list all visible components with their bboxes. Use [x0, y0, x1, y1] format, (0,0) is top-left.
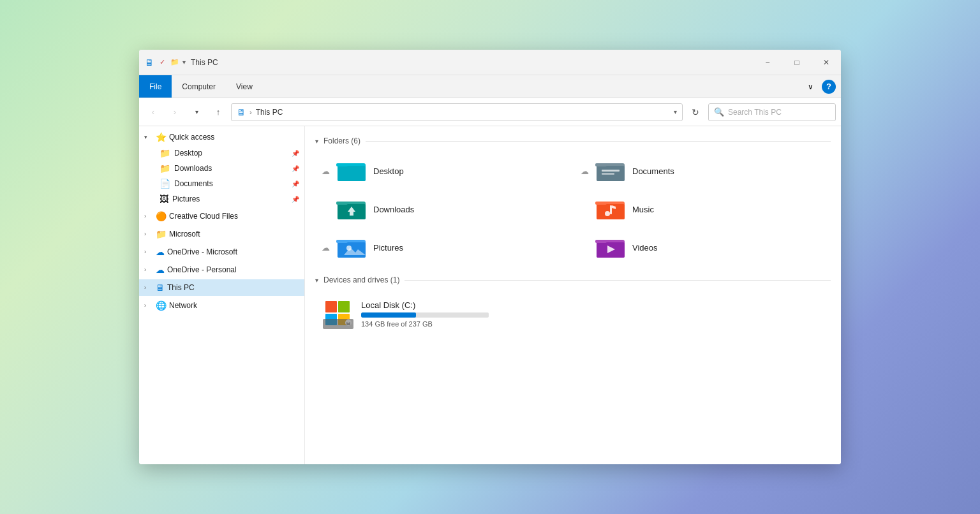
- ribbon-spacer: [263, 75, 801, 98]
- back-button[interactable]: ‹: [144, 103, 162, 121]
- tab-computer[interactable]: Computer: [172, 75, 226, 98]
- pin-icon: 📌: [292, 180, 299, 187]
- svg-rect-27: [325, 301, 337, 312]
- path-separator: ›: [249, 108, 252, 116]
- sidebar-header-onedrive-ms[interactable]: › ☁ OneDrive - Microsoft: [139, 244, 304, 260]
- folder-item-videos[interactable]: ☁ Videos: [574, 230, 831, 265]
- pin-icon: 📌: [292, 150, 299, 157]
- svg-point-15: [605, 211, 610, 216]
- sidebar-header-network[interactable]: › 🌐 Network: [139, 297, 304, 314]
- onedrive-personal-label: OneDrive - Personal: [167, 265, 237, 274]
- drives-section-header: ▾ Devices and drives (1): [315, 275, 831, 284]
- sidebar: ▾ ⭐ Quick access 📁 Desktop 📌 📁 Downloads…: [139, 126, 305, 464]
- sidebar-item-downloads[interactable]: 📁 Downloads 📌: [154, 161, 304, 176]
- sidebar-group-quick-access: ▾ ⭐ Quick access 📁 Desktop 📌 📁 Downloads…: [139, 129, 304, 207]
- expand-arrow-icon: ›: [144, 231, 153, 237]
- file-explorer-window: 🖥 ✓ 📁 ▾ This PC − □ ✕ File Computer View…: [139, 50, 841, 464]
- sidebar-group-network: › 🌐 Network: [139, 297, 304, 314]
- path-text: This PC: [256, 108, 283, 117]
- onedrive-ms-label: OneDrive - Microsoft: [167, 247, 237, 256]
- downloads-folder-name: Downloads: [373, 205, 414, 214]
- folder-item-music[interactable]: ☁ Music: [574, 191, 831, 227]
- sidebar-header-microsoft[interactable]: › 📁 Microsoft: [139, 226, 304, 242]
- drives-section-title: Devices and drives (1): [323, 275, 399, 284]
- this-pc-icon: 🖥: [156, 283, 165, 293]
- sidebar-header-onedrive-personal[interactable]: › ☁ OneDrive - Personal: [139, 261, 304, 278]
- cloud-sync-icon: ☁: [581, 166, 589, 176]
- close-button[interactable]: ✕: [812, 50, 841, 75]
- microsoft-label: Microsoft: [169, 230, 200, 239]
- sidebar-header-quick-access[interactable]: ▾ ⭐ Quick access: [139, 129, 304, 145]
- sidebar-group-onedrive-personal: › ☁ OneDrive - Personal: [139, 261, 304, 278]
- sidebar-item-documents[interactable]: 📄 Documents 📌: [154, 176, 304, 191]
- expand-arrow-icon: ›: [144, 284, 153, 291]
- spacer: ☁: [322, 205, 330, 214]
- refresh-button[interactable]: ↻: [687, 103, 704, 121]
- sidebar-header-creative-cloud[interactable]: › 🟠 Creative Cloud Files: [139, 208, 304, 224]
- up-button[interactable]: ↑: [209, 103, 227, 121]
- folders-section-header: ▾ Folders (6): [315, 136, 831, 145]
- tab-view[interactable]: View: [226, 75, 263, 98]
- sidebar-item-pictures[interactable]: 🖼 Pictures 📌: [154, 191, 304, 207]
- forward-button[interactable]: ›: [166, 103, 184, 121]
- content-area: ▾ Folders (6) ☁ Desktop: [305, 126, 841, 464]
- search-placeholder: Search This PC: [728, 108, 782, 117]
- window-title: This PC: [191, 58, 218, 67]
- documents-folder-thumb: [595, 158, 626, 184]
- maximize-button[interactable]: □: [782, 50, 812, 75]
- location-icon: 🖥: [237, 107, 246, 117]
- network-label: Network: [169, 301, 197, 310]
- pictures-folder-thumb: [336, 235, 367, 260]
- folder-item-desktop[interactable]: ☁ Desktop: [315, 153, 572, 189]
- drive-item-c[interactable]: Local Disk (C:) 134 GB free of 237 GB: [315, 292, 831, 335]
- desktop-folder-icon: 📁: [160, 148, 170, 158]
- svg-rect-7: [602, 173, 614, 175]
- sidebar-header-this-pc[interactable]: › 🖥 This PC: [139, 279, 304, 296]
- folder-icon: 📁: [170, 57, 180, 68]
- expand-arrow-icon: ›: [144, 267, 153, 273]
- expand-arrow-icon: ›: [144, 213, 153, 219]
- this-pc-label: This PC: [167, 283, 195, 292]
- expand-arrow-icon: ›: [144, 249, 153, 255]
- svg-rect-14: [595, 202, 607, 205]
- recent-locations-button[interactable]: ▾: [188, 103, 205, 121]
- documents-folder-name: Documents: [632, 166, 674, 176]
- tab-file[interactable]: File: [139, 75, 172, 98]
- folder-item-pictures[interactable]: ☁ Pictures: [315, 230, 572, 265]
- help-button[interactable]: ?: [822, 80, 836, 94]
- section-chevron-icon: ▾: [315, 138, 318, 145]
- creative-cloud-label: Creative Cloud Files: [169, 212, 238, 221]
- folder-item-downloads[interactable]: ☁ Downloads: [315, 191, 572, 227]
- expand-arrow-icon: ▾: [144, 134, 153, 140]
- cloud-sync-icon: ☁: [322, 166, 330, 176]
- ribbon-collapse-button[interactable]: ∨: [801, 78, 819, 96]
- sidebar-item-desktop[interactable]: 📁 Desktop 📌: [154, 145, 304, 161]
- drive-bar-fill: [361, 312, 416, 318]
- folders-section-title: Folders (6): [323, 136, 360, 145]
- microsoft-icon: 📁: [156, 229, 167, 239]
- section-divider: [366, 141, 831, 142]
- drive-info-c: Local Disk (C:) 134 GB free of 237 GB: [361, 300, 489, 328]
- titlebar: 🖥 ✓ 📁 ▾ This PC − □ ✕: [139, 50, 841, 75]
- drive-space-label: 134 GB free of 237 GB: [361, 320, 489, 328]
- monitor-icon: 🖥: [144, 57, 154, 68]
- downloads-folder-thumb: [336, 196, 367, 222]
- quick-access-label: Quick access: [169, 133, 214, 142]
- onedrive-personal-icon: ☁: [156, 265, 165, 275]
- svg-rect-25: [595, 240, 607, 243]
- onedrive-ms-icon: ☁: [156, 247, 165, 257]
- minimize-button[interactable]: −: [753, 50, 782, 75]
- quick-access-children: 📁 Desktop 📌 📁 Downloads 📌 📄 Documents 📌: [139, 145, 304, 207]
- dropdown-arrow-icon: ▾: [182, 59, 186, 66]
- documents-folder-icon: 📄: [160, 179, 170, 189]
- music-folder-thumb: [595, 196, 626, 222]
- spacer: ☁: [581, 205, 589, 214]
- folder-item-documents[interactable]: ☁ Documents: [574, 153, 831, 189]
- svg-rect-2: [336, 163, 348, 166]
- titlebar-left: 🖥 ✓ 📁 ▾ This PC: [139, 57, 753, 68]
- address-path[interactable]: 🖥 › This PC ▾: [231, 103, 683, 121]
- search-box[interactable]: 🔍 Search This PC: [708, 103, 836, 121]
- videos-folder-name: Videos: [632, 243, 658, 253]
- svg-rect-28: [338, 301, 350, 312]
- downloads-folder-icon: 📁: [160, 163, 170, 173]
